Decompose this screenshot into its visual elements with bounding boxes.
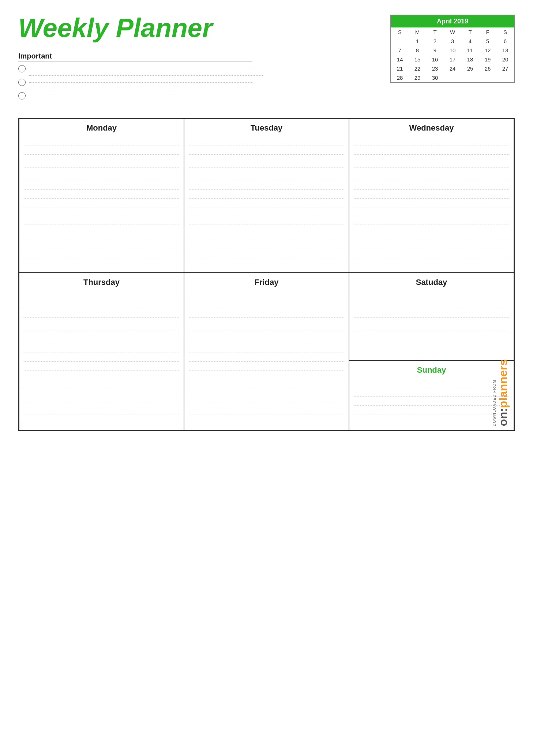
cal-day-cell — [496, 73, 514, 82]
monday-label: Monday — [23, 123, 180, 133]
mon-line-5 — [23, 181, 180, 190]
tue-line-5 — [188, 181, 345, 190]
friday-cell: Friday — [184, 273, 349, 430]
fri-line-8 — [188, 362, 345, 371]
cal-day-cell: 30 — [426, 73, 444, 82]
circle-icon-1 — [18, 65, 26, 72]
circle-icon-2 — [18, 79, 26, 86]
cal-day-cell — [461, 73, 479, 82]
cal-day-cell: 23 — [426, 64, 444, 73]
thursday-cell: Thursday — [19, 273, 184, 430]
fri-line-6 — [188, 344, 345, 353]
thu-line-1 — [23, 292, 180, 300]
sat-line-2 — [353, 300, 510, 309]
fri-line-1 — [188, 292, 345, 300]
on-planners-text: on:planners — [496, 359, 510, 426]
cal-day-header: M — [409, 27, 426, 37]
thu-line-3 — [23, 309, 180, 318]
cal-day-cell: 5 — [479, 37, 496, 46]
thu-line-10 — [23, 379, 180, 388]
cal-day-cell: 29 — [409, 73, 426, 82]
cal-day-cell: 16 — [426, 55, 444, 64]
monday-lines — [23, 137, 180, 260]
wed-line-10 — [353, 225, 510, 238]
thu-line-12 — [23, 401, 180, 414]
wed-line-9 — [353, 216, 510, 225]
mon-line-1 — [23, 137, 180, 146]
cal-day-header: T — [461, 27, 479, 37]
cal-day-cell: 18 — [461, 55, 479, 64]
thu-line-13 — [23, 414, 180, 423]
cal-day-cell: 10 — [444, 46, 461, 55]
weekly-grid-bottom: Thursday Friday — [18, 273, 515, 431]
fri-line-10 — [188, 379, 345, 388]
tuesday-cell: Tuesday — [184, 119, 349, 272]
tue-line-7 — [188, 199, 345, 207]
mini-calendar: April 2019 SMTWTFS 123456789101112131415… — [390, 15, 515, 83]
cal-day-cell: 15 — [409, 55, 426, 64]
saturday-cell: Satuday — [349, 273, 514, 361]
friday-lines — [188, 292, 345, 423]
wed-line-6 — [353, 190, 510, 199]
mon-line-11 — [23, 238, 180, 251]
mon-line-7 — [23, 199, 180, 207]
cal-day-cell: 6 — [496, 37, 514, 46]
sunday-lines — [353, 379, 510, 414]
cal-day-cell: 8 — [409, 46, 426, 55]
cal-day-header: S — [496, 27, 514, 37]
page-title: Weekly Planner — [18, 15, 263, 41]
wed-line-2 — [353, 146, 510, 155]
wed-line-11 — [353, 238, 510, 251]
tue-line-9 — [188, 216, 345, 225]
important-row-3 — [18, 92, 252, 99]
sun-line-2 — [353, 388, 510, 397]
page-header: Weekly Planner Important April — [18, 15, 515, 107]
mon-line-4 — [23, 168, 180, 181]
mon-line-9 — [23, 216, 180, 225]
sun-line-3 — [353, 397, 510, 406]
fri-line-3 — [188, 309, 345, 318]
cal-day-cell: 14 — [391, 55, 409, 64]
tue-line-3 — [188, 155, 345, 168]
cal-day-cell: 21 — [391, 64, 409, 73]
tue-line-4 — [188, 168, 345, 181]
fri-line-9 — [188, 371, 345, 379]
fri-line-13 — [188, 414, 345, 423]
sat-line-5 — [353, 331, 510, 344]
thursday-lines — [23, 292, 180, 423]
branding-text: DOWNLOADED FROM on:planners — [492, 359, 510, 426]
fri-line-2 — [188, 300, 345, 309]
cal-day-cell: 17 — [444, 55, 461, 64]
fri-line-11 — [188, 388, 345, 401]
tue-line-12 — [188, 251, 345, 260]
wed-line-1 — [353, 137, 510, 146]
cal-day-cell: 11 — [461, 46, 479, 55]
important-row-2 — [18, 79, 252, 86]
cal-day-header: W — [444, 27, 461, 37]
important-row-1 — [18, 65, 252, 72]
wed-line-12 — [353, 251, 510, 260]
thu-line-9 — [23, 371, 180, 379]
mon-line-12 — [23, 251, 180, 260]
cal-day-cell: 28 — [391, 73, 409, 82]
cal-day-cell: 9 — [426, 46, 444, 55]
thu-line-4 — [23, 318, 180, 331]
important-label: Important — [18, 52, 252, 61]
cal-day-header: T — [426, 27, 444, 37]
planners-part: planners — [496, 359, 510, 408]
monday-cell: Monday — [19, 119, 184, 272]
cal-day-cell — [444, 73, 461, 82]
cal-day-cell: 24 — [444, 64, 461, 73]
thu-line-7 — [23, 353, 180, 362]
tue-line-10 — [188, 225, 345, 238]
wednesday-label: Wednesday — [353, 123, 510, 133]
important-section: Important — [18, 52, 263, 99]
tue-line-6 — [188, 190, 345, 199]
cal-day-cell — [391, 37, 409, 46]
thu-line-11 — [23, 388, 180, 401]
fri-line-4 — [188, 318, 345, 331]
sun-line-4 — [353, 406, 510, 414]
fri-line-7 — [188, 353, 345, 362]
downloaded-from-text: DOWNLOADED FROM — [492, 380, 496, 426]
sat-line-4 — [353, 318, 510, 331]
